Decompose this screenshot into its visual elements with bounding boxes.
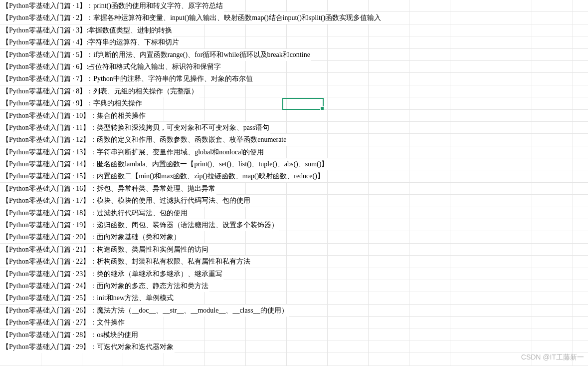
sheet-row[interactable]: 【Python零基础入门篇 · 7】：Python中的注释、字符串的常见操作、对… bbox=[0, 73, 588, 85]
spreadsheet-viewport: 【Python零基础入门篇 · 1】：print()函数的使用和转义字符、原字符… bbox=[0, 0, 588, 366]
sheet-row[interactable]: 【Python零基础入门篇 · 23】：类的继承（单继承和多继承）、继承重写 bbox=[0, 268, 588, 280]
cell-value[interactable]: 【Python零基础入门篇 · 15】：内置函数二【min()和max函数、zi… bbox=[0, 170, 325, 182]
cell-value[interactable]: 【Python零基础入门篇 · 18】：过滤执行代码写法、包的使用 bbox=[0, 207, 189, 219]
cell-value[interactable]: 【Python零基础入门篇 · 3】:掌握数值类型、进制的转换 bbox=[0, 24, 173, 36]
watermark: CSDN @IT工藤新一 bbox=[521, 353, 584, 362]
cell-value[interactable]: 【Python零基础入门篇 · 5】：if判断的用法、内置函数range()、f… bbox=[0, 49, 311, 61]
sheet-row[interactable]: 【Python零基础入门篇 · 28】：os模块的使用 bbox=[0, 329, 588, 341]
sheet-row[interactable]: 【Python零基础入门篇 · 6】:占位符和格式化输入输出、标识符和保留字 bbox=[0, 61, 588, 73]
cell-value[interactable]: 【Python零基础入门篇 · 17】：模块、模块的使用、过滤执行代码写法、包的… bbox=[0, 195, 251, 207]
sheet-row[interactable]: 【Python零基础入门篇 · 12】：函数的定义和作用、函数参数、函数嵌套、枚… bbox=[0, 134, 588, 146]
cell-value[interactable]: 【Python零基础入门篇 · 16】：拆包、异常种类、异常处理、抛出异常 bbox=[0, 183, 216, 195]
sheet-row[interactable]: 【Python零基础入门篇 · 17】：模块、模块的使用、过滤执行代码写法、包的… bbox=[0, 195, 588, 207]
sheet-row[interactable]: 【Python零基础入门篇 · 29】：可迭代对象和迭代器对象 bbox=[0, 341, 588, 353]
sheet-row[interactable]: 【Python零基础入门篇 · 19】：递归函数、闭包、装饰器（语法糖用法、设置… bbox=[0, 219, 588, 231]
cell-value[interactable]: 【Python零基础入门篇 · 12】：函数的定义和作用、函数参数、函数嵌套、枚… bbox=[0, 134, 287, 146]
cell-value[interactable]: 【Python零基础入门篇 · 6】:占位符和格式化输入输出、标识符和保留字 bbox=[0, 61, 222, 73]
cell-value[interactable]: 【Python零基础入门篇 · 7】：Python中的注释、字符串的常见操作、对… bbox=[0, 73, 254, 85]
cell-value[interactable]: 【Python零基础入门篇 · 26】：魔法方法（__doc__、__str__… bbox=[0, 305, 289, 317]
sheet-row[interactable]: 【Python零基础入门篇 · 8】：列表、元组的相关操作（完整版） bbox=[0, 85, 588, 97]
sheet-row[interactable]: 【Python零基础入门篇 · 26】：魔法方法（__doc__、__str__… bbox=[0, 305, 588, 317]
cell-value[interactable]: 【Python零基础入门篇 · 22】：析构函数、封装和私有权限、私有属性和私有… bbox=[0, 256, 251, 268]
sheet-row[interactable]: 【Python零基础入门篇 · 2】：掌握各种运算符和变量、input()输入输… bbox=[0, 12, 588, 24]
sheet-row[interactable]: 【Python零基础入门篇 · 11】：类型转换和深浅拷贝，可变对象和不可变对象… bbox=[0, 122, 588, 134]
sheet-row[interactable] bbox=[0, 353, 588, 365]
sheet-row[interactable]: 【Python零基础入门篇 · 25】：init和new方法、单例模式 bbox=[0, 292, 588, 304]
sheet-row[interactable]: 【Python零基础入门篇 · 15】：内置函数二【min()和max函数、zi… bbox=[0, 170, 588, 182]
cell-value[interactable]: 【Python零基础入门篇 · 4】:字符串的运算符、下标和切片 bbox=[0, 36, 180, 48]
sheet-row[interactable]: 【Python零基础入门篇 · 16】：拆包、异常种类、异常处理、抛出异常 bbox=[0, 183, 588, 195]
sheet-row[interactable]: 【Python零基础入门篇 · 27】：文件操作 bbox=[0, 317, 588, 329]
sheet-row[interactable]: 【Python零基础入门篇 · 24】：面向对象的多态、静态方法和类方法 bbox=[0, 280, 588, 292]
sheet-row[interactable]: 【Python零基础入门篇 · 22】：析构函数、封装和私有权限、私有属性和私有… bbox=[0, 256, 588, 268]
sheet-row[interactable]: 【Python零基础入门篇 · 13】：字符串判断扩展、变量作用域、global… bbox=[0, 146, 588, 158]
spreadsheet-grid[interactable]: 【Python零基础入门篇 · 1】：print()函数的使用和转义字符、原字符… bbox=[0, 0, 588, 366]
cell-value[interactable]: 【Python零基础入门篇 · 2】：掌握各种运算符和变量、input()输入输… bbox=[0, 12, 382, 24]
cell-value[interactable]: 【Python零基础入门篇 · 19】：递归函数、闭包、装饰器（语法糖用法、设置… bbox=[0, 219, 279, 231]
cell-value[interactable]: 【Python零基础入门篇 · 20】：面向对象基础（类和对象） bbox=[0, 231, 182, 243]
sheet-row[interactable]: 【Python零基础入门篇 · 14】：匿名函数lambda、内置函数一【pri… bbox=[0, 158, 588, 170]
cell-value[interactable]: 【Python零基础入门篇 · 27】：文件操作 bbox=[0, 317, 126, 329]
cell-value[interactable]: 【Python零基础入门篇 · 25】：init和new方法、单例模式 bbox=[0, 292, 175, 304]
sheet-row[interactable]: 【Python零基础入门篇 · 18】：过滤执行代码写法、包的使用 bbox=[0, 207, 588, 219]
cell-value[interactable]: 【Python零基础入门篇 · 21】：构造函数、类属性和实例属性的访问 bbox=[0, 244, 209, 256]
sheet-row[interactable]: 【Python零基础入门篇 · 9】：字典的相关操作 bbox=[0, 97, 588, 109]
sheet-row[interactable]: 【Python零基础入门篇 · 3】:掌握数值类型、进制的转换 bbox=[0, 24, 588, 36]
cell-value[interactable]: 【Python零基础入门篇 · 29】：可迭代对象和迭代器对象 bbox=[0, 341, 175, 353]
cell-value[interactable]: 【Python零基础入门篇 · 13】：字符串判断扩展、变量作用域、global… bbox=[0, 146, 265, 158]
cell-value[interactable]: 【Python零基础入门篇 · 24】：面向对象的多态、静态方法和类方法 bbox=[0, 280, 209, 292]
cell-value[interactable]: 【Python零基础入门篇 · 8】：列表、元组的相关操作（完整版） bbox=[0, 85, 199, 97]
sheet-row[interactable]: 【Python零基础入门篇 · 5】：if判断的用法、内置函数range()、f… bbox=[0, 49, 588, 61]
sheet-row[interactable]: 【Python零基础入门篇 · 10】：集合的相关操作 bbox=[0, 110, 588, 122]
sheet-row[interactable]: 【Python零基础入门篇 · 4】:字符串的运算符、下标和切片 bbox=[0, 36, 588, 48]
sheet-row[interactable]: 【Python零基础入门篇 · 1】：print()函数的使用和转义字符、原字符… bbox=[0, 0, 588, 12]
cell-value[interactable]: 【Python零基础入门篇 · 9】：字典的相关操作 bbox=[0, 97, 143, 109]
cell-value[interactable]: 【Python零基础入门篇 · 10】：集合的相关操作 bbox=[0, 110, 147, 122]
cell-value[interactable]: 【Python零基础入门篇 · 11】：类型转换和深浅拷贝，可变对象和不可变对象… bbox=[0, 122, 270, 134]
cell-value[interactable]: 【Python零基础入门篇 · 14】：匿名函数lambda、内置函数一【pri… bbox=[0, 158, 329, 170]
cell-value[interactable]: 【Python零基础入门篇 · 1】：print()函数的使用和转义字符、原字符… bbox=[0, 0, 224, 12]
sheet-row[interactable]: 【Python零基础入门篇 · 21】：构造函数、类属性和实例属性的访问 bbox=[0, 244, 588, 256]
cell-value[interactable]: 【Python零基础入门篇 · 28】：os模块的使用 bbox=[0, 329, 139, 341]
cell-value[interactable]: 【Python零基础入门篇 · 23】：类的继承（单继承和多继承）、继承重写 bbox=[0, 268, 223, 280]
sheet-row[interactable]: 【Python零基础入门篇 · 20】：面向对象基础（类和对象） bbox=[0, 231, 588, 243]
